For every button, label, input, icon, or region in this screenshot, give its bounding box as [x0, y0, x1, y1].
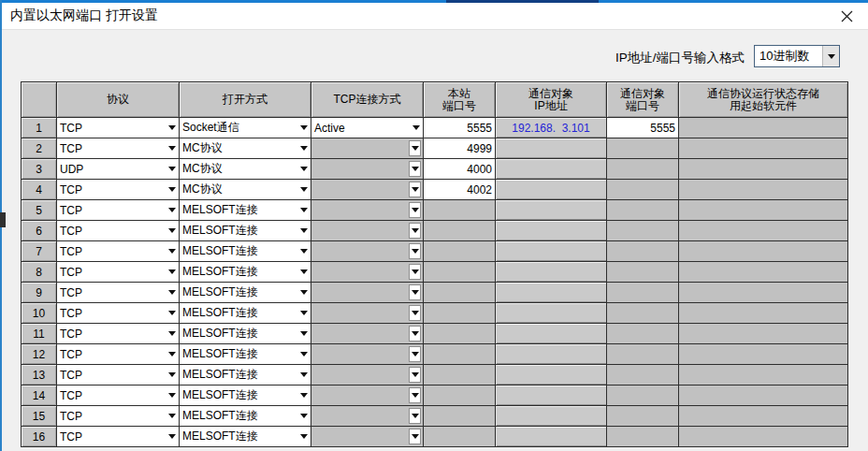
tcp-connection-value: Active	[311, 122, 409, 135]
protocol-dropdown[interactable]: TCP	[57, 427, 180, 447]
dest-ip-cell	[496, 159, 607, 180]
dropdown-arrow-icon	[297, 365, 311, 385]
local-port-cell	[424, 324, 496, 344]
tcp-connection-dropdown	[311, 159, 424, 180]
start-device-cell	[679, 241, 848, 262]
open-method-dropdown[interactable]: MC协议	[180, 180, 311, 200]
protocol-dropdown[interactable]: TCP	[57, 365, 180, 386]
dest-ip-cell	[496, 180, 607, 200]
close-button[interactable]	[831, 3, 862, 29]
row-number: 3	[22, 159, 57, 180]
input-format-dropdown-button[interactable]	[822, 46, 839, 66]
dropdown-arrow-icon	[297, 159, 311, 179]
open-method-dropdown[interactable]: MELSOFT连接	[180, 303, 311, 324]
input-format-select[interactable]: 10进制数	[754, 45, 840, 67]
protocol-dropdown[interactable]: TCP	[57, 180, 180, 200]
dest-ip-cell[interactable]: 192.168. 3.101	[496, 118, 607, 138]
protocol-dropdown[interactable]: TCP	[57, 324, 180, 344]
dest-ip-cell	[496, 283, 607, 303]
tcp-connection-dropdown[interactable]: Active	[311, 118, 424, 138]
dropdown-arrow-icon	[165, 365, 179, 385]
dropdown-arrow-icon	[297, 221, 311, 240]
local-port-cell[interactable]: 5555	[424, 118, 496, 138]
background-window-artifact	[0, 212, 6, 227]
protocol-value: TCP	[57, 430, 165, 444]
local-port-cell[interactable]: 4999	[424, 138, 496, 159]
local-port-cell[interactable]: 4002	[424, 180, 496, 200]
open-method-dropdown[interactable]: MC协议	[180, 138, 311, 159]
dest-ip-cell	[496, 386, 607, 406]
open-method-dropdown[interactable]: Socket通信	[180, 118, 311, 138]
dest-port-cell	[607, 241, 679, 262]
dest-port-cell[interactable]: 5555	[607, 118, 679, 138]
protocol-value: TCP	[57, 245, 165, 258]
tcp-connection-dropdown	[311, 406, 424, 427]
local-port-cell[interactable]: 4000	[424, 159, 496, 180]
open-method-dropdown[interactable]: MELSOFT连接	[180, 406, 311, 427]
protocol-dropdown[interactable]: TCP	[57, 283, 180, 303]
dest-port-cell	[607, 406, 679, 427]
dest-ip-cell	[496, 303, 607, 324]
local-port-cell	[424, 406, 496, 427]
start-device-cell	[679, 427, 848, 447]
tcp-connection-dropdown	[311, 303, 424, 324]
protocol-value: TCP	[57, 266, 165, 279]
open-method-dropdown[interactable]: MC协议	[180, 159, 311, 180]
protocol-dropdown[interactable]: TCP	[57, 406, 180, 427]
protocol-dropdown[interactable]: TCP	[57, 241, 180, 262]
row-number: 13	[22, 365, 57, 386]
protocol-dropdown[interactable]: TCP	[57, 303, 180, 324]
protocol-value: UDP	[57, 163, 165, 176]
title-bar: 内置以太网端口 打开设置	[2, 3, 868, 30]
protocol-dropdown[interactable]: TCP	[57, 221, 180, 241]
dropdown-arrow-icon	[165, 324, 179, 343]
dropdown-arrow-icon	[409, 326, 421, 342]
row-number: 5	[22, 200, 57, 221]
dropdown-arrow-icon	[409, 429, 421, 444]
dest-port-cell	[607, 427, 679, 447]
open-method-dropdown[interactable]: MELSOFT连接	[180, 221, 311, 241]
open-method-dropdown[interactable]: MELSOFT连接	[180, 241, 311, 262]
open-method-dropdown[interactable]: MELSOFT连接	[180, 324, 311, 344]
col-header-open-method: 打开方式	[180, 82, 311, 118]
close-icon	[841, 10, 853, 22]
open-settings-table: 协议 打开方式 TCP连接方式 本站 端口号 通信对象 IP地址 通信对象 端口…	[21, 81, 848, 447]
protocol-value: TCP	[57, 142, 165, 155]
open-method-value: Socket通信	[180, 120, 297, 136]
protocol-dropdown[interactable]: TCP	[57, 118, 180, 138]
open-method-dropdown[interactable]: MELSOFT连接	[180, 365, 311, 386]
open-method-value: MELSOFT连接	[180, 223, 297, 239]
local-port-cell	[424, 221, 496, 241]
tcp-connection-dropdown	[311, 221, 424, 241]
dropdown-arrow-icon	[409, 387, 421, 403]
protocol-dropdown[interactable]: TCP	[57, 138, 180, 159]
start-device-cell	[679, 406, 848, 427]
open-method-dropdown[interactable]: MELSOFT连接	[180, 200, 311, 221]
open-method-dropdown[interactable]: MELSOFT连接	[180, 344, 311, 365]
open-method-dropdown[interactable]: MELSOFT连接	[180, 262, 311, 283]
protocol-dropdown[interactable]: UDP	[57, 159, 180, 180]
open-method-dropdown[interactable]: MELSOFT连接	[180, 427, 311, 447]
start-device-cell	[679, 118, 848, 138]
protocol-dropdown[interactable]: TCP	[57, 344, 180, 365]
start-device-cell	[679, 344, 848, 365]
open-method-value: MELSOFT连接	[180, 326, 297, 342]
dropdown-arrow-icon	[409, 346, 421, 362]
protocol-dropdown[interactable]: TCP	[57, 386, 180, 406]
row-number: 1	[22, 118, 57, 138]
open-method-dropdown[interactable]: MELSOFT连接	[180, 386, 311, 406]
dest-port-cell	[607, 365, 679, 386]
protocol-value: TCP	[57, 327, 165, 341]
protocol-dropdown[interactable]: TCP	[57, 262, 180, 283]
protocol-dropdown[interactable]: TCP	[57, 200, 180, 221]
local-port-cell	[424, 262, 496, 283]
dropdown-arrow-icon	[297, 180, 311, 199]
dropdown-arrow-icon	[409, 408, 421, 424]
row-number: 11	[22, 324, 57, 344]
local-port-cell	[424, 241, 496, 262]
dest-ip-cell	[496, 324, 607, 344]
open-method-dropdown[interactable]: MELSOFT连接	[180, 283, 311, 303]
open-method-value: MELSOFT连接	[180, 284, 297, 300]
dropdown-arrow-icon	[165, 221, 179, 240]
input-format-label: IP地址/端口号输入格式	[524, 50, 745, 66]
